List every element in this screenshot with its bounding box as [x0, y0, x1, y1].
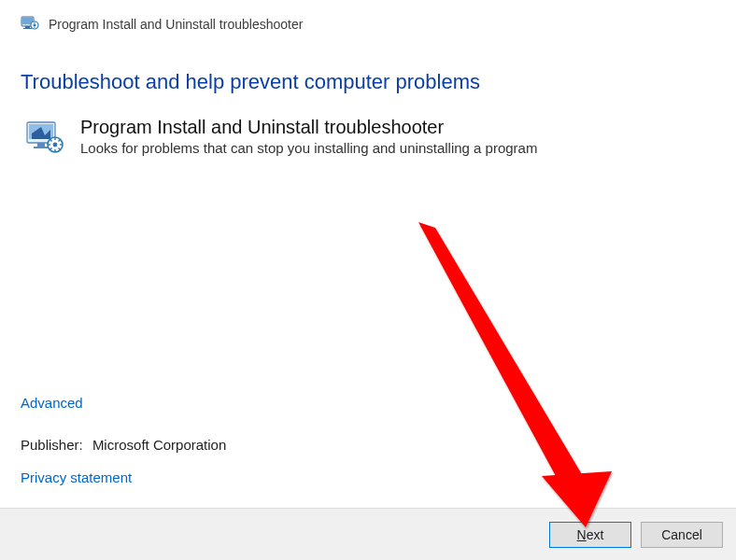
svg-rect-9 [37, 143, 45, 147]
svg-rect-2 [25, 26, 30, 28]
svg-rect-10 [34, 147, 49, 148]
footer-links: Advanced Publisher: Microsoft Corporatio… [21, 395, 226, 485]
publisher-row: Publisher: Microsoft Corporation [21, 437, 226, 453]
troubleshooter-item: Program Install and Uninstall troublesho… [21, 117, 715, 161]
item-title: Program Install and Uninstall troublesho… [80, 117, 537, 138]
svg-point-5 [34, 24, 35, 26]
next-button[interactable]: Next [549, 522, 631, 548]
svg-rect-3 [23, 28, 32, 29]
window-title: Program Install and Uninstall troublesho… [49, 17, 303, 32]
publisher-label: Publisher: [21, 437, 83, 453]
item-description: Looks for problems that can stop you ins… [80, 140, 537, 156]
svg-point-20 [53, 143, 58, 147]
monitor-icon [24, 117, 65, 161]
troubleshooter-text: Program Install and Uninstall troublesho… [80, 117, 537, 156]
cancel-button[interactable]: Cancel [641, 522, 723, 548]
publisher-value: Microsoft Corporation [92, 437, 226, 453]
page-heading: Troubleshoot and help prevent computer p… [21, 70, 715, 94]
advanced-link[interactable]: Advanced [21, 395, 83, 411]
annotation-arrow-icon [402, 215, 691, 532]
title-bar: Program Install and Uninstall troublesho… [0, 0, 736, 42]
troubleshooter-icon [21, 13, 39, 35]
button-bar: Next Cancel [0, 508, 736, 560]
privacy-statement-link[interactable]: Privacy statement [21, 469, 132, 485]
svg-marker-21 [418, 222, 583, 488]
content-area: Troubleshoot and help prevent computer p… [0, 42, 736, 161]
